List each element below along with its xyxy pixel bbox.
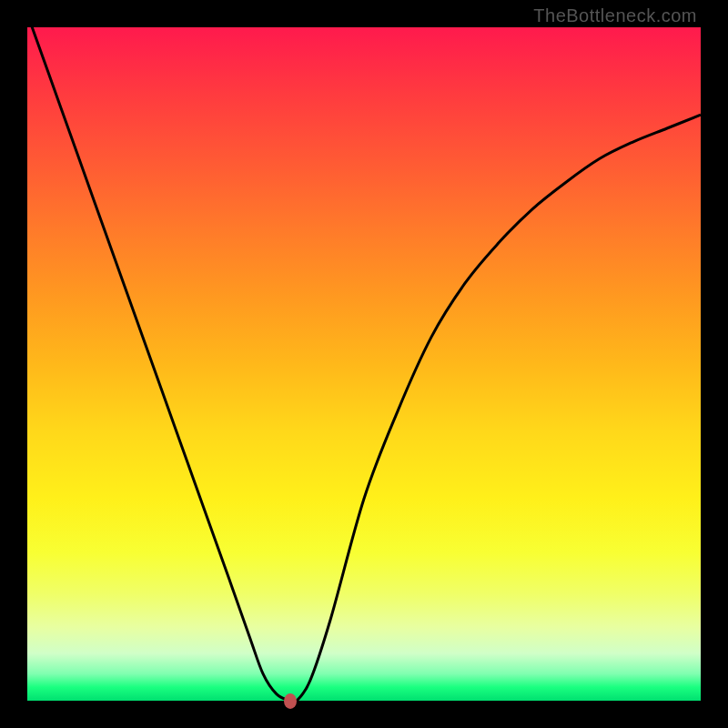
chart-plot-area — [27, 27, 701, 701]
bottleneck-curve — [27, 27, 701, 701]
curve-svg — [27, 27, 701, 701]
optimal-point-marker — [284, 693, 297, 709]
watermark-text: TheBottleneck.com — [533, 5, 697, 26]
